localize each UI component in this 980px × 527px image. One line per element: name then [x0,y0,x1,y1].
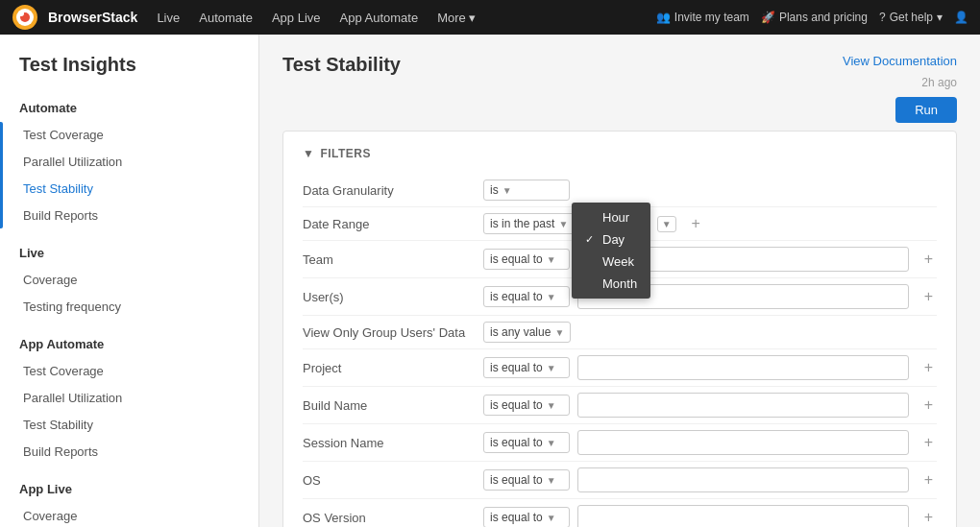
main-header: Test Stability View Documentation 2h ago… [282,54,957,123]
rocket-icon: 🚀 [761,11,775,24]
filter-label-session-name: Session Name [303,436,476,450]
sidebar-section-label-app-automate: App Automate [19,337,239,351]
nav-live[interactable]: Live [149,7,187,29]
sidebar: Test Insights Automate Test Coverage Par… [0,35,259,527]
filter-label-project: Project [303,361,476,375]
invite-team-button[interactable]: 👥 Invite my team [656,11,749,24]
filter-row-project: Project is equal to ▼ + [303,349,937,387]
operator-arrow-icon: ▼ [558,219,568,229]
filter-row-session-name: Session Name is equal to ▼ + [303,424,937,462]
filter-label-team: Team [303,252,476,267]
sidebar-section-app-live: App Live [0,472,258,502]
sidebar-item-coverage-app-live[interactable]: Coverage [8,503,251,527]
sidebar-section-live: Live [0,236,258,266]
filter-operator-users[interactable]: is equal to ▼ [483,286,570,307]
filter-add-os-version[interactable]: + [920,509,937,526]
sidebar-section-label-automate: Automate [19,101,239,115]
filter-value-build-name[interactable] [577,393,909,418]
help-icon: ? [879,11,886,24]
get-help-button[interactable]: ? Get help ▾ [879,11,943,24]
sidebar-item-build-reports-app-automate[interactable]: Build Reports [8,439,251,465]
operator-arrow-icon: ▼ [554,327,564,338]
operator-arrow-icon: ▼ [547,475,556,486]
filter-toggle-icon: ▼ [303,147,314,160]
dropdown-item-month[interactable]: Month [572,273,650,295]
nav-app-automate[interactable]: App Automate [332,7,427,29]
operator-arrow-icon: ▼ [547,400,556,411]
filters-label: FILTERS [320,147,371,160]
nav-automate[interactable]: Automate [191,7,260,29]
operator-arrow-icon: ▼ [547,438,556,448]
filter-label-build-name: Build Name [303,398,476,413]
sidebar-item-testing-frequency-live[interactable]: Testing frequency [8,294,251,320]
header-right: View Documentation 2h ago Run [843,54,957,123]
filter-add-date-range[interactable]: + [688,215,704,232]
operator-arrow-icon: ▼ [502,185,512,196]
operator-arrow-icon: ▼ [547,254,556,265]
filter-row-view-only-group: View Only Group Users' Data is any value… [303,316,937,349]
filter-label-users: User(s) [303,290,476,304]
filter-row-os-version: OS Version is equal to ▼ + [303,499,937,527]
run-button[interactable]: Run [895,97,957,123]
filter-add-users[interactable]: + [920,288,937,305]
sidebar-section-automate: Automate [0,91,258,121]
sidebar-item-build-reports-automate[interactable]: Build Reports [8,203,251,228]
filter-operator-view-only-group[interactable]: is any value ▼ [483,322,571,343]
filters-container: ▼ FILTERS Data Granularity is ▼ Hour [282,131,957,527]
sidebar-title: Test Insights [0,35,258,91]
filter-row-build-name: Build Name is equal to ▼ + [303,387,937,424]
plans-pricing-link[interactable]: 🚀 Plans and pricing [761,11,868,24]
filter-label-view-only-group: View Only Group Users' Data [303,325,476,340]
nav-right-section: 👥 Invite my team 🚀 Plans and pricing ? G… [656,11,968,24]
last-updated-timestamp: 2h ago [921,76,957,89]
filter-add-project[interactable]: + [920,359,937,376]
user-profile-button[interactable]: 👤 [954,11,968,24]
filter-operator-build-name[interactable]: is equal to ▼ [483,395,570,416]
filter-operator-session-name[interactable]: is equal to ▼ [483,432,570,453]
nav-more[interactable]: More ▾ [429,7,483,29]
view-documentation-link[interactable]: View Documentation [843,54,957,68]
filter-add-session-name[interactable]: + [920,434,937,451]
sidebar-item-test-coverage-app-automate[interactable]: Test Coverage [8,358,251,384]
filter-value-session-name[interactable] [577,430,909,455]
sidebar-item-test-coverage-automate[interactable]: Test Coverage [8,122,251,148]
dropdown-item-week[interactable]: Week [572,251,650,273]
sidebar-section-app-automate: App Automate [0,327,258,357]
filter-operator-team[interactable]: is equal to ▼ [483,249,570,270]
filter-label-os-version: OS Version [303,511,476,525]
operator-arrow-icon: ▼ [547,363,556,373]
brand-name: BrowserStack [48,10,137,25]
filter-operator-date-range[interactable]: is in the past ▼ [483,213,575,234]
filter-operator-project[interactable]: is equal to ▼ [483,357,570,378]
dropdown-item-day[interactable]: ✓ Day [572,228,650,251]
date-range-arrow-icon[interactable]: ▼ [657,216,676,232]
operator-arrow-icon: ▼ [547,513,556,523]
nav-app-live[interactable]: App Live [264,7,329,29]
granularity-dropdown: Hour ✓ Day Week Month [572,203,650,299]
sidebar-item-coverage-live[interactable]: Coverage [8,267,251,293]
filter-operator-os-version[interactable]: is equal to ▼ [483,507,570,527]
filter-operator-os[interactable]: is equal to ▼ [483,469,570,491]
sidebar-section-label-app-live: App Live [19,482,239,496]
svg-point-3 [18,11,24,16]
sidebar-item-test-stability-app-automate[interactable]: Test Stability [8,412,251,438]
filters-header[interactable]: ▼ FILTERS [303,147,937,160]
sidebar-item-parallel-utilization-automate[interactable]: Parallel Utilization [8,149,251,175]
dropdown-item-hour[interactable]: Hour [572,206,650,228]
filter-add-build-name[interactable]: + [920,396,937,414]
top-navigation: BrowserStack Live Automate App Live App … [0,0,980,35]
filter-row-os: OS is equal to ▼ + [303,462,937,499]
active-indicator [0,122,3,228]
filter-value-os-version[interactable] [577,505,909,527]
sidebar-section-label-live: Live [19,246,239,260]
page-layout: Test Insights Automate Test Coverage Par… [0,35,980,527]
filter-operator-data-granularity[interactable]: is ▼ [483,180,570,201]
filter-label-data-granularity: Data Granularity [303,183,476,198]
sidebar-item-test-stability-automate[interactable]: Test Stability [8,176,251,202]
filter-label-date-range: Date Range [303,217,476,231]
filter-value-project[interactable] [577,355,909,380]
filter-add-os[interactable]: + [920,471,937,489]
sidebar-item-parallel-utilization-app-automate[interactable]: Parallel Utilization [8,385,251,411]
filter-add-team[interactable]: + [920,251,937,268]
filter-value-os[interactable] [577,467,909,492]
